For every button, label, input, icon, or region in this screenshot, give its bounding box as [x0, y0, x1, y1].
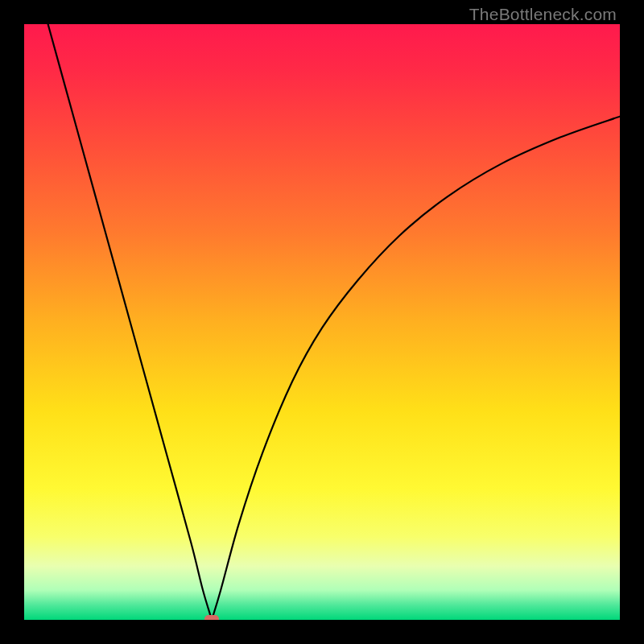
optimum-marker [204, 615, 219, 620]
plot-area [24, 24, 620, 620]
watermark-text: TheBottleneck.com [469, 5, 617, 24]
bottleneck-curve [24, 24, 620, 620]
chart-frame: TheBottleneck.com [0, 0, 644, 644]
